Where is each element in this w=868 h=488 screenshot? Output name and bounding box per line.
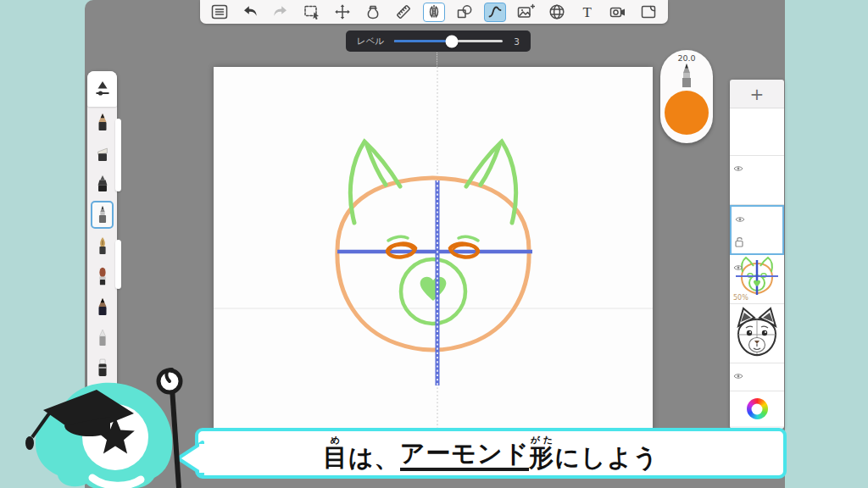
- speech-bubble: 目めは、アーモンド形がたにしよう: [195, 428, 787, 479]
- current-brush-icon: [678, 63, 695, 88]
- ruler-icon[interactable]: [392, 3, 415, 22]
- brush-color-puck[interactable]: 20.0: [660, 50, 713, 143]
- brush-settings-button[interactable]: [87, 71, 117, 107]
- brush-item-fountain-nib[interactable]: [87, 230, 117, 261]
- add-layer-button[interactable]: +: [730, 80, 784, 108]
- speech-seg2: は、: [348, 445, 400, 472]
- layer-row-color-rough[interactable]: 50%: [730, 255, 784, 304]
- layers-panel: +: [730, 80, 784, 429]
- speech-seg3-underlined: アーモンド: [400, 441, 530, 472]
- top-toolbar: T: [200, 0, 668, 24]
- speech-seg4-furigana: がた: [529, 435, 554, 446]
- brush-item-airbrush[interactable]: [87, 322, 117, 352]
- level-slider-fill: [394, 40, 452, 42]
- redo-icon[interactable]: [270, 3, 292, 22]
- speech-seg5: にしよう: [554, 445, 659, 472]
- brush-item-round-brush[interactable]: [87, 261, 117, 291]
- import-image-icon[interactable]: [515, 3, 537, 22]
- current-color-swatch[interactable]: [665, 91, 709, 135]
- layer-visibility-icon[interactable]: [733, 367, 743, 383]
- layer-row-background[interactable]: [730, 363, 784, 391]
- add-layer-label: +: [750, 84, 765, 104]
- layer-row-selected[interactable]: [730, 205, 784, 255]
- brush-item-pencil[interactable]: [87, 107, 117, 137]
- level-slider-knob[interactable]: [445, 35, 458, 47]
- canvas-frame-icon[interactable]: [637, 3, 659, 22]
- dog-eyebrows: [388, 236, 478, 241]
- level-slider-value: 3: [513, 36, 520, 47]
- screen: T レベル 3 20.0: [0, 0, 868, 488]
- dog-heart-nose: [420, 277, 447, 301]
- layer-thumbnail-sketch: [731, 304, 783, 363]
- text-tool-glyph: T: [582, 5, 591, 19]
- speech-seg1-furigana: め: [323, 435, 348, 446]
- brush-item-ink-pen[interactable]: [87, 168, 117, 198]
- mascot-pen: [172, 388, 179, 488]
- layer-lock-icon[interactable]: [735, 235, 744, 251]
- shapes-icon[interactable]: [453, 3, 476, 22]
- level-slider-label: レベル: [357, 36, 384, 47]
- brush-item-dark-pencil[interactable]: [87, 291, 117, 322]
- brush-panel-handle[interactable]: [115, 119, 121, 191]
- color-wheel-icon[interactable]: [747, 398, 768, 419]
- speech-seg1: 目: [323, 443, 348, 472]
- select-icon[interactable]: [301, 3, 323, 22]
- drawing-canvas[interactable]: [214, 67, 653, 434]
- level-slider-bar: レベル 3: [346, 30, 531, 52]
- layer-row-empty[interactable]: [730, 156, 784, 205]
- brush-panel-handle-2[interactable]: [115, 240, 121, 289]
- layer-row-pencil-sketch[interactable]: [730, 304, 784, 363]
- layer-opacity-label: 50%: [733, 294, 748, 302]
- symmetry-icon[interactable]: [423, 3, 445, 22]
- undo-icon[interactable]: [239, 3, 261, 22]
- transform-icon[interactable]: [331, 3, 353, 22]
- layer-visibility-icon[interactable]: [733, 159, 743, 175]
- level-slider-track[interactable]: [394, 40, 503, 42]
- mascot-character: [5, 361, 202, 488]
- color-picker-section: [730, 391, 784, 426]
- symmetry-axis-extension: [437, 53, 437, 67]
- fill-jar-icon[interactable]: [362, 3, 384, 22]
- speech-seg4: 形: [529, 443, 554, 472]
- perspective-icon[interactable]: [546, 3, 568, 22]
- brush-item-ballpoint-selected[interactable]: [87, 198, 117, 230]
- speech-bubble-text: 目めは、アーモンド形がたにしよう: [323, 435, 659, 472]
- timelapse-camera-icon[interactable]: [607, 3, 629, 22]
- text-tool-icon[interactable]: T: [576, 3, 598, 22]
- dog-ears: [350, 141, 515, 223]
- layer-row-top[interactable]: [730, 108, 784, 156]
- brush-item-shader[interactable]: [87, 137, 117, 168]
- layer-visibility-icon[interactable]: [735, 210, 745, 226]
- menu-icon[interactable]: [209, 3, 231, 22]
- canvas-drawing: [214, 67, 653, 434]
- curve-tool-icon[interactable]: [484, 3, 506, 22]
- brush-size-value: 20.0: [677, 53, 695, 63]
- layer-visibility-icon[interactable]: [733, 258, 743, 274]
- selected-brush-highlight: [91, 201, 114, 229]
